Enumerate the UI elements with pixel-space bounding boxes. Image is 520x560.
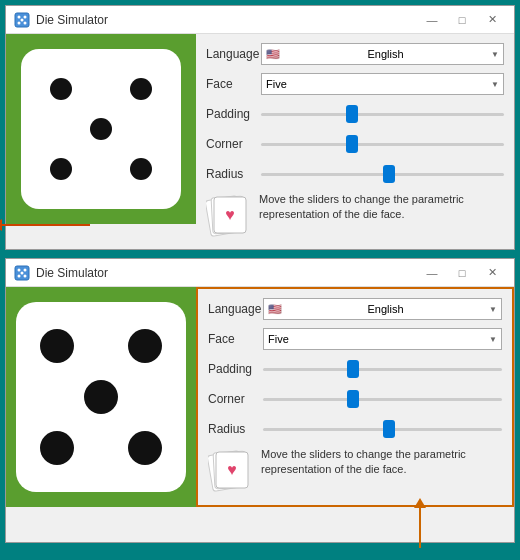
bottom-controls: Language 🇺🇸 English ▼ Face Five ▼ Paddin… (196, 287, 514, 507)
top-dot-br (130, 158, 152, 180)
bottom-language-select[interactable]: 🇺🇸 English ▼ (263, 298, 502, 320)
bottom-radius-track (263, 428, 502, 431)
bottom-arrow-container (410, 498, 430, 548)
bottom-dot-br (128, 431, 162, 465)
top-corner-track (261, 143, 504, 146)
top-radius-thumb[interactable] (383, 165, 395, 183)
top-padding-slider[interactable] (261, 104, 504, 124)
bottom-corner-label: Corner (208, 392, 263, 406)
bottom-minimize-button[interactable]: — (418, 262, 446, 284)
top-face-label: Face (206, 77, 261, 91)
top-language-chevron-icon: ▼ (491, 50, 499, 59)
bottom-dot-bl (40, 431, 74, 465)
bottom-info-text: Move the sliders to change the parametri… (261, 447, 502, 478)
top-maximize-button[interactable]: □ (448, 9, 476, 31)
bottom-window: Die Simulator — □ ✕ Language 🇺🇸 (5, 258, 515, 543)
bottom-close-button[interactable]: ✕ (478, 262, 506, 284)
bottom-radius-label: Radius (208, 422, 263, 436)
top-info-box: ♥ Move the sliders to change the paramet… (206, 192, 504, 237)
top-minimize-button[interactable]: — (418, 9, 446, 31)
svg-point-15 (24, 274, 27, 277)
top-dot-tl (50, 78, 72, 100)
svg-point-4 (18, 21, 21, 24)
top-dot-c (90, 118, 112, 140)
bottom-dot-c (84, 380, 118, 414)
bottom-dot-tl (40, 329, 74, 363)
top-face-chevron-icon: ▼ (491, 80, 499, 89)
bottom-padding-track (263, 368, 502, 371)
bottom-dot-tr (128, 329, 162, 363)
bottom-corner-slider[interactable] (263, 389, 502, 409)
svg-point-14 (18, 274, 21, 277)
bottom-padding-thumb[interactable] (347, 360, 359, 378)
app-icon (14, 12, 30, 28)
top-window-title: Die Simulator (36, 13, 418, 27)
top-padding-row: Padding (206, 102, 504, 126)
bottom-app-icon (14, 265, 30, 281)
bottom-flag-icon: 🇺🇸 (268, 303, 282, 316)
top-controls: Language 🇺🇸 English ▼ Face Five ▼ Paddin… (196, 34, 514, 245)
svg-point-2 (24, 15, 27, 18)
bottom-radius-slider[interactable] (263, 419, 502, 439)
top-titlebar: Die Simulator — □ ✕ (6, 6, 514, 34)
top-close-button[interactable]: ✕ (478, 9, 506, 31)
top-radius-row: Radius (206, 162, 504, 186)
left-arrow-icon (0, 224, 90, 226)
bottom-face-label: Face (208, 332, 263, 346)
bottom-face-row: Face Five ▼ (208, 327, 502, 351)
top-radius-track (261, 173, 504, 176)
top-corner-label: Corner (206, 137, 261, 151)
svg-point-12 (24, 268, 27, 271)
top-language-select[interactable]: 🇺🇸 English ▼ (261, 43, 504, 65)
bottom-window-title: Die Simulator (36, 266, 418, 280)
top-cards-icon: ♥ (206, 192, 251, 237)
bottom-titlebar-buttons: — □ ✕ (418, 262, 506, 284)
bottom-radius-row: Radius (208, 417, 502, 441)
top-face-row: Face Five ▼ (206, 72, 504, 96)
bottom-arrow-head-icon (414, 498, 426, 508)
top-face-select[interactable]: Five ▼ (261, 73, 504, 95)
bottom-info-box: ♥ Move the sliders to change the paramet… (208, 447, 502, 492)
top-die-face (21, 49, 181, 209)
top-flag-icon: 🇺🇸 (266, 48, 280, 61)
svg-point-3 (21, 18, 24, 21)
bottom-radius-thumb[interactable] (383, 420, 395, 438)
bottom-corner-track (263, 398, 502, 401)
top-dot-bl (50, 158, 72, 180)
top-padding-track (261, 113, 504, 116)
top-face-value: Five (266, 78, 287, 90)
bottom-language-chevron-icon: ▼ (489, 305, 497, 314)
svg-text:♥: ♥ (225, 206, 235, 223)
top-padding-label: Padding (206, 107, 261, 121)
svg-point-13 (21, 271, 24, 274)
left-arrow-container (0, 215, 120, 235)
bottom-face-select[interactable]: Five ▼ (263, 328, 502, 350)
top-corner-row: Corner (206, 132, 504, 156)
top-corner-thumb[interactable] (346, 135, 358, 153)
bottom-padding-row: Padding (208, 357, 502, 381)
bottom-corner-row: Corner (208, 387, 502, 411)
bottom-corner-thumb[interactable] (347, 390, 359, 408)
top-padding-thumb[interactable] (346, 105, 358, 123)
svg-point-1 (18, 15, 21, 18)
svg-point-11 (18, 268, 21, 271)
bottom-language-row: Language 🇺🇸 English ▼ (208, 297, 502, 321)
top-window: Die Simulator — □ ✕ Language 🇺🇸 (5, 5, 515, 250)
bottom-titlebar: Die Simulator — □ ✕ (6, 259, 514, 287)
top-window-content: Language 🇺🇸 English ▼ Face Five ▼ Paddin… (6, 34, 514, 245)
bottom-window-content: Language 🇺🇸 English ▼ Face Five ▼ Paddin… (6, 287, 514, 507)
top-language-value: English (368, 48, 404, 60)
top-language-row: Language 🇺🇸 English ▼ (206, 42, 504, 66)
top-corner-slider[interactable] (261, 134, 504, 154)
top-dot-tr (130, 78, 152, 100)
bottom-maximize-button[interactable]: □ (448, 262, 476, 284)
top-info-text: Move the sliders to change the parametri… (259, 192, 504, 223)
top-radius-slider[interactable] (261, 164, 504, 184)
bottom-cards-icon: ♥ (208, 447, 253, 492)
bottom-padding-label: Padding (208, 362, 263, 376)
bottom-language-value: English (368, 303, 404, 315)
top-die-area (6, 34, 196, 224)
bottom-padding-slider[interactable] (263, 359, 502, 379)
bottom-face-value: Five (268, 333, 289, 345)
bottom-arrow-line-icon (419, 508, 421, 548)
